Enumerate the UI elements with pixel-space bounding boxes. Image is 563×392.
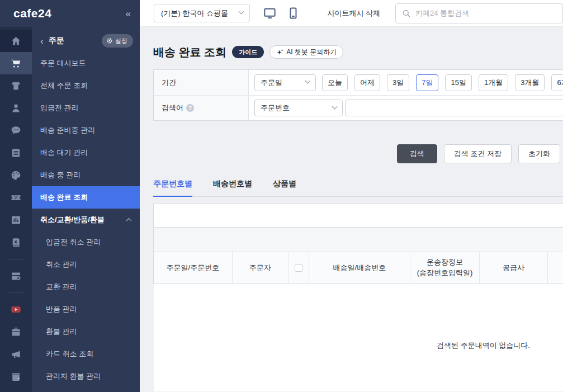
period-button-오늘[interactable]: 오늘: [322, 74, 348, 91]
topbar: (기본) 한국어 쇼핑몰 사이트캐시 삭제: [140, 0, 563, 27]
result-tabs: 주문번호별배송번호별상품별: [153, 178, 563, 197]
main-area: (기본) 한국어 쇼핑몰 사이트캐시 삭제 배송 완료 조회 가이드 AI 챗봇…: [140, 0, 563, 392]
column-header-5: 운송장정보(송장번호입력일): [410, 252, 480, 284]
column-header-7: [548, 252, 563, 284]
search-icon: [402, 9, 411, 18]
chevron-down-icon: [332, 103, 338, 109]
guide-badge[interactable]: 가이드: [232, 46, 264, 58]
tab-2[interactable]: 배송번호별: [213, 178, 252, 196]
select-all-checkbox[interactable]: [295, 264, 302, 272]
orders-cart-icon[interactable]: [0, 52, 32, 74]
app-store-icon[interactable]: [0, 265, 32, 287]
page-title: 배송 완료 조회: [153, 45, 226, 60]
sidebar-item-9[interactable]: 입금전 취소 관리: [32, 231, 140, 253]
period-type-select[interactable]: 주문일: [254, 74, 316, 91]
period-button-7일[interactable]: 7일: [416, 74, 438, 91]
sidebar: cafe24 « ‹ 주문 설정 주문 대시보드전체 주문 조회입금전 관리배송…: [0, 0, 140, 392]
keyword-type-select[interactable]: 주문번호: [254, 100, 343, 116]
settings-button[interactable]: 설정: [102, 34, 133, 48]
sidebar-item-3[interactable]: 입금전 관리: [32, 97, 140, 119]
column-header-6: 공급사: [480, 252, 548, 284]
submenu-list: 주문 대시보드전체 주문 조회입금전 관리배송 준비중 관리배송 대기 관리배송…: [32, 52, 140, 388]
home-icon[interactable]: [0, 30, 32, 52]
period-button-6개월[interactable]: 6개월: [551, 74, 563, 91]
sidebar-item-11[interactable]: 교환 관리: [32, 276, 140, 298]
sidebar-item-5[interactable]: 배송 대기 관리: [32, 141, 140, 164]
sidebar-item-1[interactable]: 주문 대시보드: [32, 52, 140, 74]
ai-chatbot-button[interactable]: AI 챗봇 문의하기: [269, 45, 343, 59]
back-chevron-icon[interactable]: ‹: [40, 36, 44, 46]
submenu-title: 주문: [49, 36, 64, 46]
keyword-label: 검색어 ?: [154, 96, 249, 120]
global-search-input[interactable]: [415, 9, 556, 17]
result-grid: 주문일/주문번호주문자배송일/배송번호운송장정보(송장번호입력일)공급사 검색된…: [153, 204, 563, 391]
page-content: 배송 완료 조회 가이드 AI 챗봇 문의하기 기간 주문일 오늘어제3일7일1…: [140, 27, 563, 392]
sidebar-item-6[interactable]: 배송 중 관리: [32, 164, 140, 186]
board-document-icon[interactable]: [0, 141, 32, 164]
gear-icon: [106, 37, 113, 44]
chevron-up-icon: [126, 218, 132, 223]
excel-book-icon[interactable]: [0, 231, 32, 253]
product-shirt-icon[interactable]: [0, 74, 32, 97]
tab-1[interactable]: 주문번호별: [153, 178, 192, 197]
message-chat-icon[interactable]: [0, 119, 32, 141]
period-button-1개월[interactable]: 1개월: [479, 74, 508, 91]
period-button-15일[interactable]: 15일: [445, 74, 471, 91]
column-select-all: [288, 252, 309, 284]
sidebar-item-7[interactable]: 배송 완료 조회: [32, 186, 140, 209]
order-submenu: ‹ 주문 설정 주문 대시보드전체 주문 조회입금전 관리배송 준비중 관리배송…: [32, 27, 140, 392]
search-filter-panel: 기간 주문일 오늘어제3일7일15일1개월3개월6개월 2025-0 검색어 ?: [153, 69, 563, 121]
period-label: 기간: [154, 70, 249, 95]
sidebar-item-8[interactable]: 취소/교환/반품/환불: [32, 209, 140, 231]
site-cache-delete-link[interactable]: 사이트캐시 삭제: [327, 8, 380, 18]
table-body: 검색된 주문내역이 없습니다.: [153, 284, 563, 391]
period-button-3개월[interactable]: 3개월: [515, 74, 545, 91]
period-quick-buttons: 오늘어제3일7일15일1개월3개월6개월: [322, 74, 563, 91]
icon-rail: [0, 27, 32, 392]
channel-add-icon[interactable]: [0, 365, 32, 388]
megaphone-icon[interactable]: [0, 343, 32, 365]
pc-preview-icon[interactable]: [263, 6, 277, 20]
sidebar-item-4[interactable]: 배송 준비중 관리: [32, 119, 140, 141]
sparkle-icon: [276, 49, 283, 56]
design-palette-icon[interactable]: [0, 164, 32, 186]
global-search-box: [395, 3, 563, 23]
sidebar-item-10[interactable]: 취소 관리: [32, 253, 140, 276]
rail-divider: [0, 287, 32, 298]
grid-toolbar-secondary: [153, 228, 563, 252]
keyword-input[interactable]: [345, 100, 563, 116]
search-button[interactable]: 검색: [397, 144, 437, 163]
chevron-down-icon: [305, 78, 311, 84]
rail-divider: [0, 253, 32, 265]
sidebar-item-2[interactable]: 전체 주문 조회: [32, 74, 140, 97]
youtube-icon[interactable]: [0, 298, 32, 320]
sidebar-item-15[interactable]: 관리자 환불 관리: [32, 365, 140, 388]
column-header-1: 주문일/주문번호: [154, 252, 233, 284]
column-header-2: 주문자: [233, 252, 288, 284]
empty-result-message: 검색된 주문내역이 없습니다.: [154, 341, 563, 351]
mobile-preview-icon[interactable]: [286, 6, 300, 20]
sidebar-logo-bar: cafe24 «: [0, 0, 140, 27]
shop-selector[interactable]: (기본) 한국어 쇼핑몰: [154, 4, 250, 22]
period-button-3일[interactable]: 3일: [387, 74, 409, 91]
save-search-conditions-button[interactable]: 검색 조건 저장: [444, 144, 512, 163]
toolbox-icon[interactable]: [0, 320, 32, 343]
tab-3[interactable]: 상품별: [273, 178, 296, 196]
column-header-4: 배송일/배송번호: [309, 252, 411, 284]
collapse-sidebar-icon[interactable]: «: [126, 9, 131, 18]
customer-person-icon[interactable]: [0, 97, 32, 119]
sidebar-item-14[interactable]: 카드 취소 조회: [32, 343, 140, 365]
statistics-chart-icon[interactable]: [0, 209, 32, 231]
table-header-row: 주문일/주문번호주문자배송일/배송번호운송장정보(송장번호입력일)공급사: [153, 252, 563, 284]
sidebar-item-12[interactable]: 반품 관리: [32, 298, 140, 320]
period-button-어제[interactable]: 어제: [354, 74, 380, 91]
submenu-header: ‹ 주문 설정: [32, 30, 140, 52]
promotion-ticket-icon[interactable]: [0, 186, 32, 209]
chevron-down-icon: [239, 9, 244, 15]
cafe24-logo: cafe24: [13, 7, 51, 20]
sidebar-item-13[interactable]: 환불 관리: [32, 320, 140, 343]
grid-toolbar-top: [153, 204, 563, 228]
reset-button[interactable]: 초기화: [518, 144, 560, 163]
help-question-icon[interactable]: ?: [186, 104, 194, 112]
